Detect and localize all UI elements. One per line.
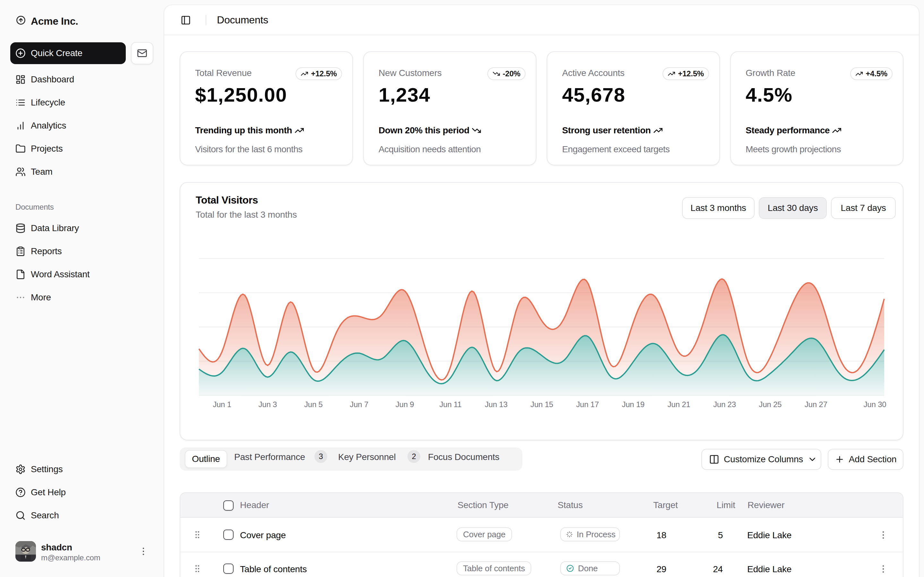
svg-text:Jun 25: Jun 25 — [759, 400, 782, 409]
svg-text:Jun 30: Jun 30 — [864, 400, 887, 409]
svg-text:Jun 1: Jun 1 — [213, 400, 231, 409]
svg-text:Jun 19: Jun 19 — [622, 400, 645, 409]
svg-text:Jun 13: Jun 13 — [485, 400, 507, 409]
svg-text:Jun 7: Jun 7 — [350, 400, 368, 409]
svg-text:Jun 11: Jun 11 — [439, 400, 461, 409]
svg-text:Jun 27: Jun 27 — [804, 400, 827, 409]
svg-text:Jun 17: Jun 17 — [576, 400, 599, 409]
svg-text:Jun 9: Jun 9 — [396, 400, 414, 409]
svg-text:Jun 21: Jun 21 — [668, 400, 690, 409]
svg-text:Jun 3: Jun 3 — [258, 400, 277, 409]
svg-text:Jun 5: Jun 5 — [304, 400, 323, 409]
svg-text:Jun 15: Jun 15 — [530, 400, 553, 409]
svg-text:Jun 23: Jun 23 — [713, 400, 736, 409]
